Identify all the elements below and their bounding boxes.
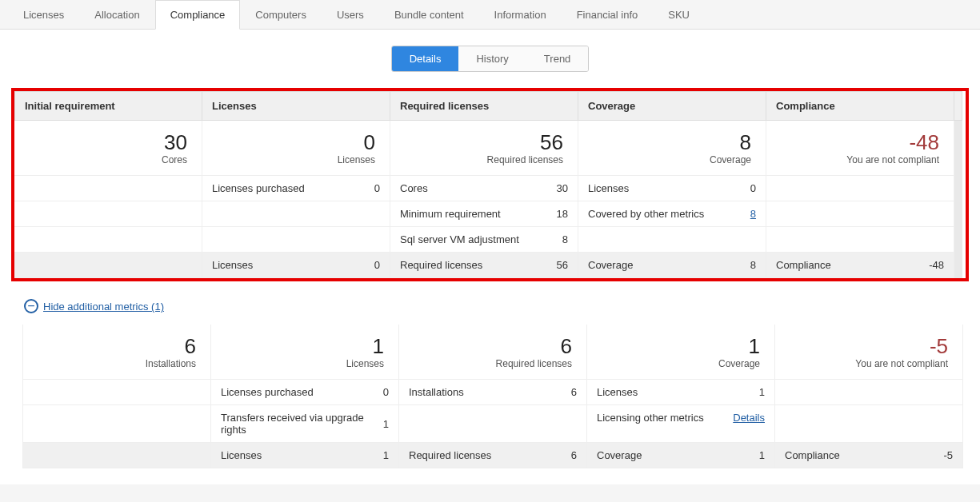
detail-compliance-empty — [766, 176, 954, 201]
additional-metrics-block: 6 Installations 1 Licenses 6 Required li… — [22, 325, 958, 468]
totals-licenses: Licenses0 — [202, 253, 390, 278]
col-header-licenses: Licenses — [202, 91, 390, 121]
summary-initial: 30 Cores — [14, 121, 202, 176]
detail2-coverage-licenses: Licenses1 — [587, 380, 775, 405]
summary-licenses: 0 Licenses — [202, 121, 390, 176]
detail-required-min: Minimum requirement 18 — [390, 201, 578, 227]
detail-required-cores: Cores 30 — [390, 176, 578, 201]
summary2-initial: 6 Installations — [23, 325, 211, 380]
covered-by-other-link[interactable]: 8 — [750, 208, 756, 220]
tab-computers[interactable]: Computers — [240, 0, 322, 29]
totals-compliance: Compliance-48 — [766, 253, 954, 278]
totals2-coverage: Coverage1 — [587, 443, 775, 468]
totals2-licenses: Licenses1 — [211, 443, 399, 468]
empty-cell — [578, 227, 766, 253]
summary2-licenses: 1 Licenses — [211, 325, 399, 380]
empty-cell — [14, 227, 202, 253]
empty-cell — [766, 201, 954, 227]
detail-licenses-purchased: Licenses purchased 0 — [202, 176, 390, 201]
licensing-other-details-link[interactable]: Details — [733, 412, 765, 424]
collapse-icon[interactable]: − — [24, 299, 38, 313]
detail2-licenses-purchased: Licenses purchased0 — [211, 380, 399, 405]
summary2-required: 6 Required licenses — [399, 325, 587, 380]
sub-tabs: Details History Trend — [8, 46, 972, 72]
empty-cell — [766, 227, 954, 253]
main-tabs: Licenses Allocation Compliance Computers… — [0, 0, 980, 30]
empty-cell — [14, 201, 202, 227]
tab-information[interactable]: Information — [479, 0, 562, 29]
totals-required: Required licenses56 — [390, 253, 578, 278]
toggle-metrics-link[interactable]: Hide additional metrics (1) — [43, 301, 164, 313]
detail-coverage-licenses: Licenses 0 — [578, 176, 766, 201]
toggle-metrics-row: − Hide additional metrics (1) — [8, 291, 972, 325]
summary2-compliance: -5 You are not compliant — [775, 325, 963, 380]
col-header-required: Required licenses — [390, 91, 578, 121]
sub-tab-trend[interactable]: Trend — [526, 46, 588, 71]
totals2-required: Required licenses6 — [399, 443, 587, 468]
totals2-compliance: Compliance-5 — [775, 443, 963, 468]
summary-required: 56 Required licenses — [390, 121, 578, 176]
detail-coverage-other: Covered by other metrics 8 — [578, 201, 766, 227]
totals-coverage: Coverage8 — [578, 253, 766, 278]
content-area: Details History Trend Initial requiremen… — [0, 30, 980, 484]
col-header-compliance: Compliance — [766, 91, 954, 121]
summary-compliance: -48 You are not compliant — [766, 121, 954, 176]
highlighted-compliance-block: Initial requirement Licenses Required li… — [11, 88, 969, 281]
col-header-initial: Initial requirement — [14, 91, 202, 121]
empty-cell — [202, 227, 390, 253]
totals2-empty — [23, 443, 211, 468]
tab-sku[interactable]: SKU — [653, 0, 705, 29]
tab-financial-info[interactable]: Financial info — [562, 0, 654, 29]
empty-cell — [399, 405, 587, 443]
tab-licenses[interactable]: Licenses — [8, 0, 79, 29]
scrollbar[interactable] — [954, 121, 962, 278]
tab-allocation[interactable]: Allocation — [79, 0, 154, 29]
empty-cell — [775, 380, 963, 405]
summary-coverage: 8 Coverage — [578, 121, 766, 176]
tab-bundle-content[interactable]: Bundle content — [379, 0, 479, 29]
tab-compliance[interactable]: Compliance — [155, 0, 241, 30]
tab-users[interactable]: Users — [322, 0, 379, 29]
scroll-gutter — [954, 91, 962, 121]
empty-cell — [23, 380, 211, 405]
detail2-licenses-transfers: Transfers received via upgrade rights1 — [211, 405, 399, 443]
detail2-required-installs: Installations6 — [399, 380, 587, 405]
sub-tab-history[interactable]: History — [458, 46, 526, 71]
sub-tab-details[interactable]: Details — [392, 46, 459, 71]
detail2-coverage-other: Licensing other metricsDetails — [587, 405, 775, 443]
col-header-coverage: Coverage — [578, 91, 766, 121]
detail-required-sql: Sql server VM adjustment 8 — [390, 227, 578, 253]
summary2-coverage: 1 Coverage — [587, 325, 775, 380]
empty-cell — [775, 405, 963, 443]
empty-cell — [23, 405, 211, 443]
totals-empty — [14, 253, 202, 278]
empty-cell — [202, 201, 390, 227]
detail-initial-empty — [14, 176, 202, 201]
